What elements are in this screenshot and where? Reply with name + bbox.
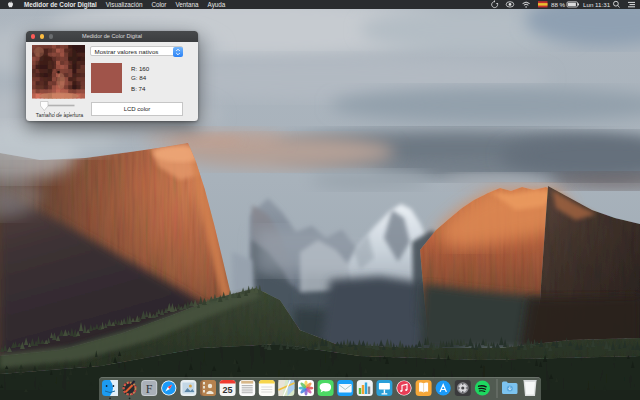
svg-text:F: F (146, 382, 153, 396)
svg-text:25: 25 (223, 385, 233, 395)
